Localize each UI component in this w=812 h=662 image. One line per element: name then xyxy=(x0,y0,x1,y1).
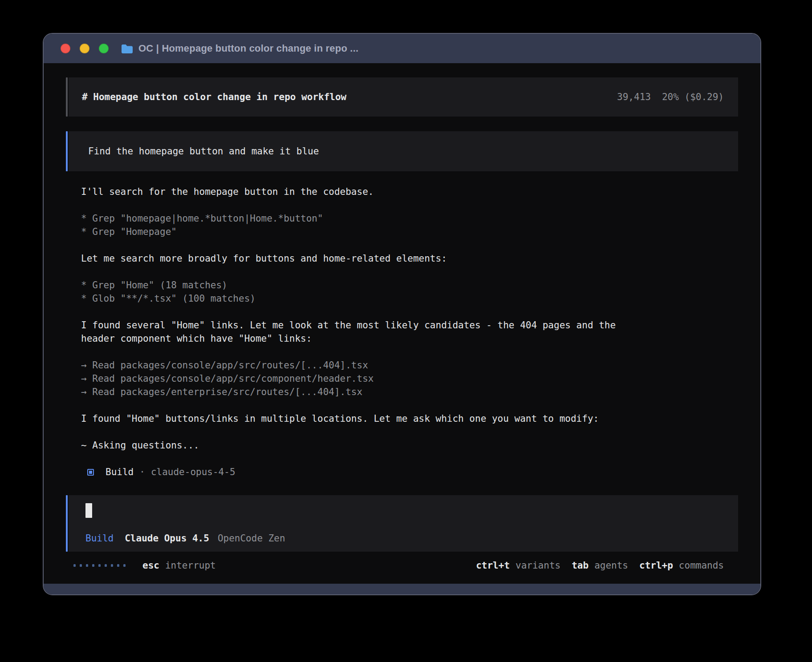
spinner-dot xyxy=(73,564,76,567)
minimize-button[interactable] xyxy=(80,44,89,53)
hint-commands: ctrl+pcommands xyxy=(639,559,724,572)
hint-interrupt: esc interrupt xyxy=(142,559,216,572)
agent-name: Build xyxy=(106,465,134,479)
session-header-accent xyxy=(66,77,68,117)
transcript-blank-line xyxy=(81,238,738,252)
transcript-line: * Glob "**/*.tsx" (100 matches) xyxy=(81,292,738,305)
agent-build-icon xyxy=(87,469,94,476)
transcript-line: I'll search for the homepage button in t… xyxy=(81,185,738,198)
transcript-blank-line xyxy=(81,399,738,412)
hint-key-esc: esc xyxy=(142,559,159,572)
desktop: OC | Homepage button color change in rep… xyxy=(0,0,812,662)
spinner-dot xyxy=(98,564,101,567)
agent-model: claude-opus-4-5 xyxy=(151,465,235,479)
status-bar: esc interrupt ctrl+tvariantstabagentsctr… xyxy=(66,559,738,572)
text-cursor xyxy=(85,503,92,518)
transcript-line: ~ Asking questions... xyxy=(81,439,738,452)
hint-label-interrupt: interrupt xyxy=(165,559,216,572)
agent-status-row: Build · claude-opus-4-5 xyxy=(81,465,738,479)
transcript-line: → Read packages/console/app/src/routes/[… xyxy=(81,359,738,372)
transcript-line: I found several "Home" links. Let me loo… xyxy=(81,319,738,332)
terminal-content: # Homepage button color change in repo w… xyxy=(44,63,760,584)
hint-label: agents xyxy=(594,559,628,572)
window: OC | Homepage button color change in rep… xyxy=(43,33,761,595)
hint-key: ctrl+p xyxy=(639,559,673,572)
spinner-dot xyxy=(123,564,126,567)
selected-model[interactable]: Claude Opus 4.5 xyxy=(125,532,209,545)
separator-dot-icon: · xyxy=(139,465,145,479)
transcript-line: I found "Home" buttons/links in multiple… xyxy=(81,412,738,425)
spinner-dot xyxy=(111,564,113,567)
model-selector-row[interactable]: Build Claude Opus 4.5 OpenCode Zen xyxy=(85,532,285,545)
hint-label: commands xyxy=(679,559,724,572)
transcript-blank-line xyxy=(81,265,738,279)
transcript-line: Let me search more broadly for buttons a… xyxy=(81,252,738,265)
transcript-line: → Read packages/enterprise/src/routes/[.… xyxy=(81,385,738,399)
spinner-dot xyxy=(105,564,107,567)
transcript-blank-line xyxy=(81,425,738,439)
hint-agents: tabagents xyxy=(572,559,628,572)
activity-spinner xyxy=(73,564,126,567)
spinner-dot xyxy=(86,564,88,567)
window-bottom-bar xyxy=(44,584,760,594)
transcript-line: * Grep "Home" (18 matches) xyxy=(81,279,738,292)
hint-key: tab xyxy=(572,559,589,572)
session-title: # Homepage button color change in repo w… xyxy=(82,90,617,104)
prompt-input[interactable]: Build Claude Opus 4.5 OpenCode Zen xyxy=(66,495,738,552)
traffic-lights xyxy=(61,44,109,53)
transcript-blank-line xyxy=(81,452,738,465)
transcript-lines: I'll search for the homepage button in t… xyxy=(81,185,738,465)
selected-agent[interactable]: Build xyxy=(85,532,114,545)
context-usage: 20% ($0.29) xyxy=(662,90,724,104)
hint-label: variants xyxy=(516,559,560,572)
spinner-dot xyxy=(92,564,94,567)
transcript-line: header component which have "Home" links… xyxy=(81,332,738,345)
transcript-blank-line xyxy=(81,305,738,319)
model-provider: OpenCode Zen xyxy=(218,532,285,545)
close-button[interactable] xyxy=(61,44,70,53)
proxy-icon-group: OC | Homepage button color change in rep… xyxy=(121,43,358,54)
user-message-text: Find the homepage button and make it blu… xyxy=(88,145,319,158)
hint-variants: ctrl+tvariants xyxy=(476,559,560,572)
session-header: # Homepage button color change in repo w… xyxy=(66,77,738,117)
transcript-blank-line xyxy=(81,345,738,359)
zoom-button[interactable] xyxy=(99,44,109,53)
prompt-input-accent xyxy=(66,495,68,552)
user-message-accent xyxy=(66,131,68,171)
folder-icon xyxy=(121,44,133,54)
window-title: OC | Homepage button color change in rep… xyxy=(138,43,358,54)
hint-key: ctrl+t xyxy=(476,559,510,572)
transcript-line: * Grep "homepage|home.*button|Home.*butt… xyxy=(81,212,738,225)
session-stats: 39,413 20% ($0.29) xyxy=(617,90,724,104)
transcript-footer: Build · claude-opus-4-5 xyxy=(81,465,738,479)
user-message: Find the homepage button and make it blu… xyxy=(66,131,738,171)
spinner-dot xyxy=(117,564,119,567)
titlebar[interactable]: OC | Homepage button color change in rep… xyxy=(44,34,760,63)
spinner-dot xyxy=(80,564,82,567)
transcript-line: → Read packages/console/app/src/componen… xyxy=(81,372,738,385)
token-count: 39,413 xyxy=(617,90,651,104)
status-hints-right: ctrl+tvariantstabagentsctrl+pcommands xyxy=(476,559,724,572)
transcript-line: * Grep "Homepage" xyxy=(81,225,738,238)
transcript-blank-line xyxy=(81,198,738,212)
